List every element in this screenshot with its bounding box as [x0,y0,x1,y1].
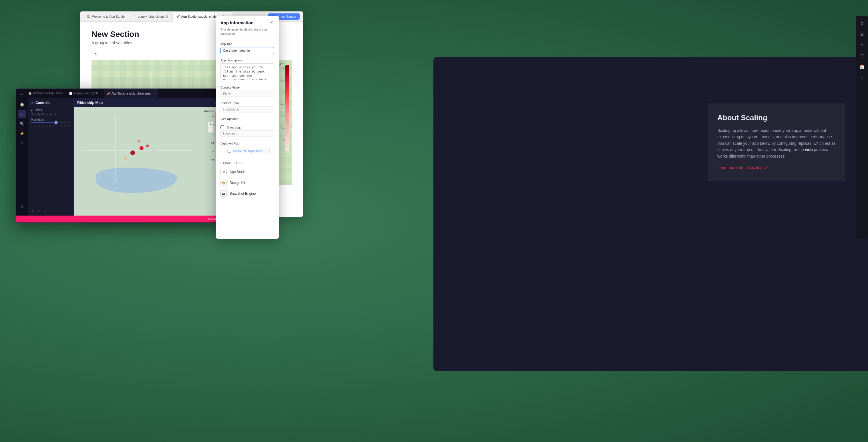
dark-tab-close-icon[interactable]: × [154,92,155,95]
emoji-icon[interactable]: ☺ [858,73,867,82]
dark-map-water [96,168,177,193]
tab-supply-label: supply_chain.ipynb U [138,15,168,18]
dark-road-h1 [81,150,192,151]
controls-title: Controls [35,101,50,105]
dark-cbar-8-5: 8.5 [211,142,214,144]
contact-name-label: Contact Name [220,86,274,89]
right-sidebar: ⚙ ⊞ ≡ ☰ 📅 ☺ [856,16,868,239]
controls-icon: ⊞ [31,101,34,105]
peak-hour-label: Peak hour [31,118,71,121]
deployed-app-label: Deployed App [220,142,274,145]
app-info-title: App Information [220,20,254,25]
app-info-close-icon[interactable]: × [269,20,274,25]
dark-dot-3 [137,140,140,142]
tab-welcome-label: Welcome to App Studio [92,15,125,18]
scaling-learn-more-link[interactable]: Learn more about scaling ↗ [717,165,836,170]
slider-num-5: 5 [50,125,51,127]
filter-criteria-text: Specify filter criteria [31,113,71,116]
cap-design-kit-icon: 🎨 [220,180,227,186]
colorbar-val-10: 10 [281,68,284,71]
colorbar-val-8-5: 8.5 [280,103,284,105]
dark-road-h2 [86,170,181,170]
scaling-content-box: About Scaling Scaling up allows more use… [708,103,845,181]
capability-design-kit[interactable]: 🎨 Design Kit [216,177,279,188]
show-source-label: Show Source [278,15,296,18]
controls-header: ⊞ Controls [31,101,71,105]
dark-sidebar-filter[interactable]: ⚡ [18,129,26,137]
dark-tab-supply-label: supply_chain.ipynb U [73,92,101,95]
main-colorbar [285,65,289,151]
dark-tab-studio[interactable]: 🚀 App Studio: supply_chain.ipynb × [104,89,158,98]
dark-tab-supply-icon: 📄 [69,92,72,95]
settings-icon[interactable]: ⚙ [858,19,867,28]
dark-sidebar-settings[interactable]: ⚙ [18,202,26,210]
hamburger-icon[interactable]: ☰ [18,91,25,95]
sliders-icon[interactable]: ≡ [858,40,867,50]
show-logo-label: Show Logo [226,126,242,129]
bottom-triangle-icon: △ [44,209,46,213]
deployed-app-field: Deployed App release-te(...logine-test-e [216,139,279,158]
list-icon[interactable]: ☰ [858,52,867,61]
scaling-link-text: Learn more about scaling [717,165,763,170]
logo-input-row [216,129,279,139]
app-description-field: App Description This app allows you to f… [216,56,279,83]
bottom-warning-icon: ⚠ [31,209,34,213]
last-updated-label: Last Updated [220,117,274,121]
dark-sidebar-home[interactable]: 🏠 [18,100,26,108]
tab-studio-icon: 🚀 [176,15,180,18]
grid-icon[interactable]: ⊞ [858,30,867,39]
dark-tabs-bar: ☰ 🏠 Welcome to App Studio 📄 supply_chain… [16,89,221,98]
dark-sidebar-search[interactable]: 🔍 [18,120,26,128]
slider-num-9: 9 [64,125,65,127]
dark-map-header: Ridership Map ⤢ [74,98,221,107]
dark-sidebar-controls[interactable]: ⊞ [18,110,26,118]
last-updated-field: Last Updated [216,114,279,124]
capability-snapshot-engine[interactable]: 📷 Snapshot Engine [216,188,279,199]
calendar-icon[interactable]: 📅 [858,62,867,71]
slider-num-7: 7 [57,125,58,127]
cap-app-studio-label: App Studio [229,170,246,174]
scaling-description: Scaling up allows more users to use your… [717,127,836,159]
slider-num-6: 6 [53,125,54,127]
tab-welcome[interactable]: 🏠 Welcome to App Studio [84,11,128,22]
dark-road-v1 [115,116,116,182]
dark-tab-welcome[interactable]: 🏠 Welcome to App Studio [26,89,65,98]
contact-name-value: Plotly [220,91,274,97]
dark-window-body: 🏠 ⊞ 🔍 ⚡ ↗ ⚙ ● ⊞ Controls ▸ Filters Speci… [16,98,221,223]
slider-numbers: 0 1 2 3 4 5 6 7 8 9 10 [31,125,71,127]
slider-num-10: 10 [68,125,71,127]
dark-sidebar-share[interactable]: ↗ [18,139,26,147]
dark-colorbar-title: peak_ho... [204,110,214,112]
dark-dot-1 [140,146,144,150]
dark-dot-6 [124,157,127,160]
zoom-in-button[interactable]: + [208,122,213,127]
logo-path-input[interactable] [220,130,274,136]
app-title-input[interactable] [220,47,274,54]
cap-snapshot-icon: 📷 [220,191,227,197]
tab-welcome-icon: 🏠 [87,15,90,18]
dark-tab-studio-label: App Studio: supply_chain.ipynb [112,92,152,95]
dark-dot-4 [153,149,154,151]
capabilities-label: CAPABILITIES [216,158,279,166]
app-description-input[interactable]: This app allows you to filter the data b… [220,63,274,80]
dark-cbar-10: 10 [212,115,214,118]
slider-num-8: 8 [61,125,62,127]
filters-section: ▸ Filters Specify filter criteria Peak h… [31,108,71,127]
dark-map-background: peak_ho... 10 9.5 9 8.5 8 7.5 + − i [74,107,221,221]
capability-app-studio[interactable]: ⊞ App Studio [216,166,279,177]
app-title-field: App Title [216,39,279,56]
dark-left-sidebar: 🏠 ⊞ 🔍 ⚡ ↗ ⚙ ● [16,98,28,223]
dark-tab-supply[interactable]: 📄 supply_chain.ipynb U [66,89,103,98]
zoom-out-button[interactable]: − [208,127,213,133]
slider-num-4: 4 [46,125,47,127]
peak-hour-slider[interactable] [31,123,71,123]
cap-app-studio-icon: ⊞ [220,169,227,175]
deployed-checkbox[interactable] [227,149,231,153]
dark-tab-welcome-label: Welcome to App Studio [33,92,63,95]
dark-dot-5 [130,150,135,155]
cap-snapshot-label: Snapshot Engine [229,192,256,196]
tab-supply-chain[interactable]: 📄 supply_chain.ipynb U [129,11,171,22]
bottom-error-icon: ✕ [37,209,40,213]
show-logo-checkbox[interactable] [220,125,224,129]
app-info-subtitle: Provide essential details about your app… [216,27,279,39]
